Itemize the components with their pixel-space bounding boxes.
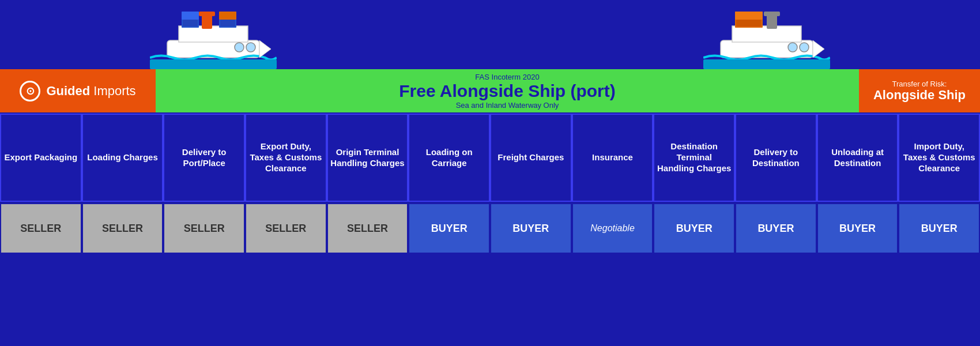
col-header-8: Destination Terminal Handling Charges [653, 114, 735, 202]
header-row: ⊙ Guided Imports FAS Incoterm 2020 Free … [0, 69, 980, 112]
left-ship [150, 6, 277, 69]
svg-rect-16 [732, 26, 801, 42]
logo-icon: ⊙ [20, 81, 40, 101]
col-header-2: Delivery to Port/Place [163, 114, 245, 202]
svg-rect-4 [199, 12, 215, 16]
val-cell-6: BUYER [490, 203, 572, 254]
col-header-0: Export Packaging [0, 114, 82, 202]
svg-point-11 [235, 43, 244, 52]
val-cell-1: SELLER [82, 203, 164, 254]
val-cell-4: SELLER [327, 203, 409, 254]
svg-rect-3 [202, 14, 212, 29]
incoterm-label: FAS Incoterm 2020 [475, 73, 539, 81]
right-ship [703, 6, 830, 69]
val-cell-10: BUYER [817, 203, 899, 254]
risk-label: Transfer of Risk: [892, 80, 947, 88]
col-header-6: Freight Charges [490, 114, 572, 202]
svg-rect-6 [182, 12, 199, 20]
columns-row: Export PackagingLoading ChargesDelivery … [0, 112, 980, 202]
ships-row [0, 0, 980, 69]
svg-marker-13 [259, 40, 271, 58]
main-container: ⊙ Guided Imports FAS Incoterm 2020 Free … [0, 0, 980, 346]
risk-cell: Transfer of Risk: Alongside Ship [859, 69, 980, 112]
val-cell-7: Negotiable [572, 203, 654, 254]
svg-rect-18 [764, 12, 780, 16]
val-cell-0: SELLER [0, 203, 82, 254]
svg-rect-17 [767, 14, 777, 29]
svg-point-22 [788, 43, 797, 52]
col-header-11: Import Duty, Taxes & Customs Clearance [898, 114, 980, 202]
svg-point-12 [246, 43, 255, 52]
col-header-10: Unloading at Destination [817, 114, 899, 202]
col-header-1: Loading Charges [82, 114, 164, 202]
svg-rect-15 [703, 59, 830, 69]
val-cell-3: SELLER [245, 203, 327, 254]
svg-marker-24 [813, 40, 824, 58]
val-cell-8: BUYER [653, 203, 735, 254]
svg-rect-10 [220, 20, 235, 27]
svg-rect-20 [735, 12, 763, 20]
svg-rect-7 [183, 20, 198, 27]
values-row: SELLERSELLERSELLERSELLERSELLERBUYERBUYER… [0, 202, 980, 254]
val-cell-5: BUYER [408, 203, 490, 254]
svg-point-23 [800, 43, 809, 52]
subtitle: Sea and Inland Waterway Only [456, 101, 559, 110]
main-title: Free Alongside Ship (port) [399, 81, 616, 101]
val-cell-2: SELLER [163, 203, 245, 254]
logo-text: Guided Imports [46, 84, 135, 99]
col-header-3: Export Duty, Taxes & Customs Clearance [245, 114, 327, 202]
col-header-9: Delivery to Destination [735, 114, 817, 202]
svg-rect-1 [150, 59, 277, 69]
svg-rect-2 [179, 26, 248, 42]
title-cell: FAS Incoterm 2020 Free Alongside Ship (p… [156, 69, 859, 112]
col-header-7: Insurance [572, 114, 654, 202]
val-cell-11: BUYER [898, 203, 980, 254]
logo-cell: ⊙ Guided Imports [0, 69, 156, 112]
svg-rect-9 [219, 12, 236, 20]
col-header-4: Origin Terminal Handling Charges [327, 114, 409, 202]
svg-rect-21 [736, 20, 762, 27]
col-header-5: Loading on Carriage [408, 114, 490, 202]
risk-value: Alongside Ship [873, 88, 966, 102]
val-cell-9: BUYER [735, 203, 817, 254]
logo-bold: Guided [46, 84, 90, 98]
